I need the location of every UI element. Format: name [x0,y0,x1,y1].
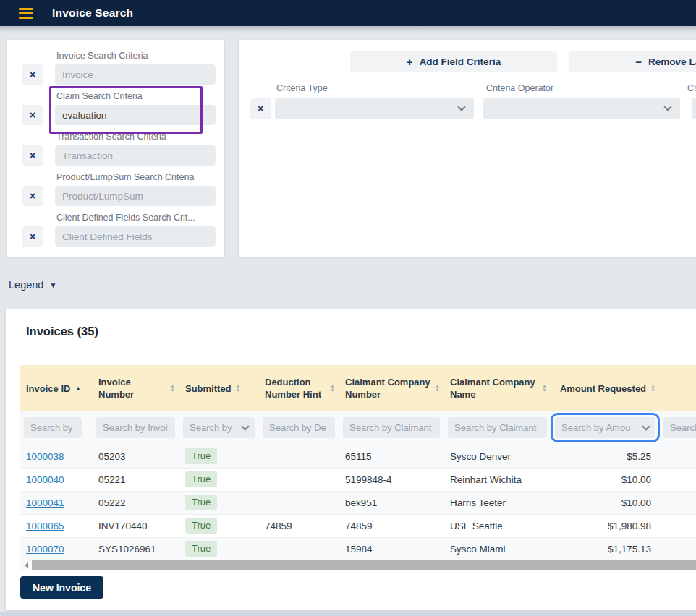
criteria-operator-select[interactable] [483,98,680,119]
filter-input[interactable] [343,417,440,438]
filter-input[interactable] [448,417,547,438]
amount-cell [660,514,696,537]
invoice-number-cell: 05203 [93,445,179,468]
criteria-input[interactable] [55,145,216,166]
claimant-company-name-cell: Harris Teeter [444,491,551,514]
claimant-company-name-cell: Sysco Miami [444,537,551,560]
invoice-id-cell: 1000065 [20,514,93,537]
column-header-label: Claimant Company Name [450,376,538,401]
invoices-table: Invoice ID▲Invoice Number▲▼Submitted▲▼De… [20,365,696,561]
remove-criteria-row-button[interactable]: × [250,98,271,119]
invoice-id-cell: 1000070 [20,537,93,560]
horizontal-scrollbar[interactable] [20,560,696,570]
invoice-id-link[interactable]: 1000065 [26,521,64,531]
table-body: 100003805203True65115Sysco Denver$5.2510… [20,445,696,560]
column-header[interactable]: Submitted▲▼ [179,365,259,411]
remove-criteria-button[interactable]: × [22,64,43,85]
topbar-shadow [0,26,696,33]
invoice-id-cell: 1000038 [20,445,93,468]
invoice-number-cell: INV170440 [93,514,179,537]
remove-criteria-button[interactable]: × [22,105,43,125]
sort-asc-icon: ▲ [75,382,81,395]
filter-select[interactable]: Search by Amou [555,417,655,438]
chevron-down-icon [663,103,671,111]
criteria-input[interactable] [55,64,216,85]
column-header[interactable]: Invoice Number▲▼ [93,365,179,411]
column-header[interactable]: Claimant Company Number▲▼ [339,365,444,411]
sort-icon: ▲▼ [542,384,547,393]
amount-cell [660,537,696,560]
criteria-row: × [22,105,224,125]
page-title: Invoice Search [52,7,133,20]
filter-input[interactable] [24,417,82,438]
column-header-inner: Amount▲▼ [666,382,696,395]
criteria-group: Product/LumpSum Search Criteria× [7,171,224,206]
submitted-cell: True [179,491,259,514]
column-header[interactable]: Invoice ID▲ [20,365,93,411]
filter-input[interactable] [663,417,696,438]
criteria-row: × [22,186,224,206]
sort-icon: ▲▼ [650,384,655,393]
column-header[interactable]: Deduction Number Hint▲▼ [259,365,339,411]
criteria-groups: Invoice Search Criteria×Claim Search Cri… [7,40,224,247]
claimant-company-number-cell: 15984 [339,537,444,560]
table-row: 100003805203True65115Sysco Denver$5.25 [20,445,696,468]
scrollbar-thumb[interactable] [32,560,696,570]
filter-cell: Search by Amou [551,411,660,445]
column-header[interactable]: Amount Requested▲▼ [551,365,660,411]
hamburger-menu-icon[interactable] [19,8,33,19]
column-header[interactable]: Claimant Company Name▲▼ [444,365,551,411]
claimant-company-name-cell: Sysco Denver [444,445,551,468]
remove-criteria-button[interactable]: × [22,186,43,206]
table-filter-row: Search bySearch by Amou [20,411,696,445]
invoice-id-link[interactable]: 1000041 [26,497,64,508]
amount-requested-cell: $1,980.98 [551,514,660,537]
column-header-label: Deduction Number Hint [265,376,326,401]
search-criteria-panel: Invoice Search Criteria×Claim Search Cri… [7,40,224,257]
remove-last-criteria-button[interactable]: − Remove Last C [569,51,696,72]
scroll-left-arrow[interactable] [20,560,32,570]
remove-criteria-button[interactable]: × [22,145,43,166]
criteria-input[interactable] [55,105,216,125]
chevron-down-icon [241,423,249,431]
column-header-label: Submitted [185,382,232,395]
filter-cell [339,411,444,445]
table-row: 100004005221True5199848-4Reinhart Wichit… [20,468,696,491]
column-header[interactable]: Amount▲▼ [660,365,696,411]
column-header-inner: Claimant Company Name▲▼ [450,376,547,401]
criteria-input[interactable] [55,186,216,206]
filter-input[interactable] [96,417,175,438]
column-header-inner: Invoice Number▲▼ [98,376,175,401]
invoice-id-cell: 1000041 [20,491,93,514]
filter-select[interactable]: Search by [183,417,255,438]
invoice-id-link[interactable]: 1000040 [26,474,64,485]
criteria-group: Client Defined Fields Search Crit...× [7,211,224,247]
deduction-number-hint-cell: 74859 [259,514,339,537]
criteria-group: Invoice Search Criteria× [7,49,224,85]
sort-icon: ▲▼ [330,384,335,393]
invoice-id-link[interactable]: 1000038 [26,451,64,462]
filter-cell [259,411,339,445]
column-header-inner: Amount Requested▲▼ [557,382,655,395]
criteria-input[interactable] [55,226,216,247]
criteria-type-select[interactable] [275,98,474,119]
criteria-group-label: Transaction Search Criteria [56,130,219,144]
claimant-company-number-cell: 74859 [339,514,444,537]
criteria-group-label: Invoice Search Criteria [56,49,219,63]
legend-toggle[interactable]: Legend ▼ [9,279,56,291]
add-field-criteria-button[interactable]: + Add Field Criteria [350,51,557,72]
criteria-value-select[interactable] [692,98,696,119]
deduction-number-hint-cell [259,491,339,514]
field-criteria-panel: + Add Field Criteria − Remove Last C Cri… [239,40,696,257]
invoice-id-link[interactable]: 1000070 [26,544,64,555]
remove-criteria-button[interactable]: × [22,226,43,247]
amount-requested-cell: $10.00 [551,491,660,514]
claimant-company-number-cell: bek951 [339,491,444,514]
sort-icon: ▲▼ [170,384,175,393]
submitted-badge: True [185,471,217,487]
filter-input[interactable] [263,417,335,438]
remove-last-criteria-label: Remove Last C [648,56,696,67]
filter-cell [660,411,696,445]
amount-requested-cell: $10.00 [551,468,660,491]
new-invoice-button[interactable]: New Invoice [20,576,103,599]
